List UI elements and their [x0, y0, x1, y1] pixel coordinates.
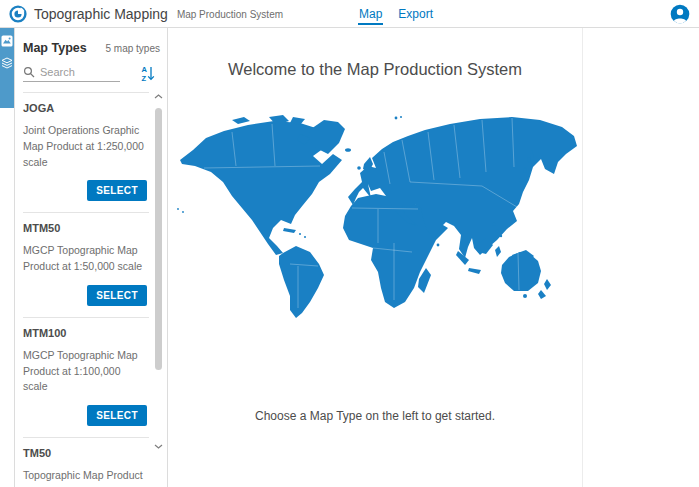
tab-export[interactable]: Export	[397, 0, 434, 27]
map-type-item: MTM100MGCP Topographic Map Product at 1:…	[23, 317, 149, 437]
map-type-count: 5 map types	[106, 43, 160, 54]
map-type-item: JOGAJoint Operations Graphic Map Product…	[23, 92, 149, 212]
app-body: Map Types 5 map types A Z	[0, 28, 699, 487]
map-type-description: Joint Operations Graphic Map Product at …	[23, 123, 145, 170]
app-window: Topographic Mapping Map Production Syste…	[0, 0, 699, 487]
app-header: Topographic Mapping Map Production Syste…	[0, 0, 699, 28]
header-tabs: Map Export	[358, 0, 434, 27]
layers-icon[interactable]	[1, 57, 13, 69]
scrollbar-thumb[interactable]	[155, 108, 162, 370]
map-type-name: TM50	[23, 447, 149, 459]
map-type-name: JOGA	[23, 102, 149, 114]
globe-logo-icon	[9, 5, 27, 23]
a-z-sort-icon[interactable]: A Z	[141, 65, 155, 82]
search-row: A Z	[23, 65, 167, 82]
map-image-icon[interactable]	[1, 35, 13, 47]
account-icon[interactable]	[670, 4, 690, 24]
map-type-list: JOGAJoint Operations Graphic Map Product…	[23, 92, 149, 487]
select-button[interactable]: SELECT	[87, 285, 147, 306]
map-type-name: MTM50	[23, 222, 149, 234]
map-type-item: TM50Topographic Map Product at 1:50,000 …	[23, 437, 149, 487]
chevron-down-icon[interactable]	[153, 440, 164, 452]
search-icon	[23, 66, 35, 78]
search-box	[23, 66, 120, 82]
map-type-name: MTM100	[23, 327, 149, 339]
main-area: Welcome to the Map Production System	[168, 28, 699, 487]
sidebar-scrollbar[interactable]	[153, 90, 164, 452]
map-type-description: MGCP Topographic Map Product at 1:50,000…	[23, 243, 145, 275]
panel-title: Map Types	[23, 41, 87, 55]
select-button[interactable]: SELECT	[87, 180, 147, 201]
tab-map[interactable]: Map	[358, 0, 383, 27]
main-right-spacer	[583, 28, 699, 487]
instruction-text: Choose a Map Type on the left to get sta…	[255, 409, 495, 423]
chevron-up-icon[interactable]	[153, 90, 164, 102]
app-title: Topographic Mapping	[34, 6, 168, 22]
search-input[interactable]	[40, 66, 116, 78]
app-subtitle: Map Production System	[177, 9, 283, 20]
map-type-description: Topographic Map Product at 1:50,000 scal…	[23, 468, 145, 487]
main-content: Welcome to the Map Production System	[168, 28, 583, 487]
continent-australia	[501, 252, 541, 291]
tool-strip	[0, 28, 15, 487]
select-button[interactable]: SELECT	[87, 405, 147, 426]
map-type-description: MGCP Topographic Map Product at 1:100,00…	[23, 348, 145, 395]
tool-strip-active-group	[0, 28, 14, 108]
map-types-header: Map Types 5 map types	[23, 41, 160, 55]
svg-text:A: A	[142, 65, 148, 74]
welcome-heading: Welcome to the Map Production System	[228, 60, 522, 79]
svg-text:Z: Z	[142, 74, 147, 82]
world-map-image	[172, 112, 579, 324]
map-types-panel: Map Types 5 map types A Z	[15, 28, 168, 487]
continent-south-america	[279, 246, 324, 318]
map-type-item: MTM50MGCP Topographic Map Product at 1:5…	[23, 212, 149, 317]
